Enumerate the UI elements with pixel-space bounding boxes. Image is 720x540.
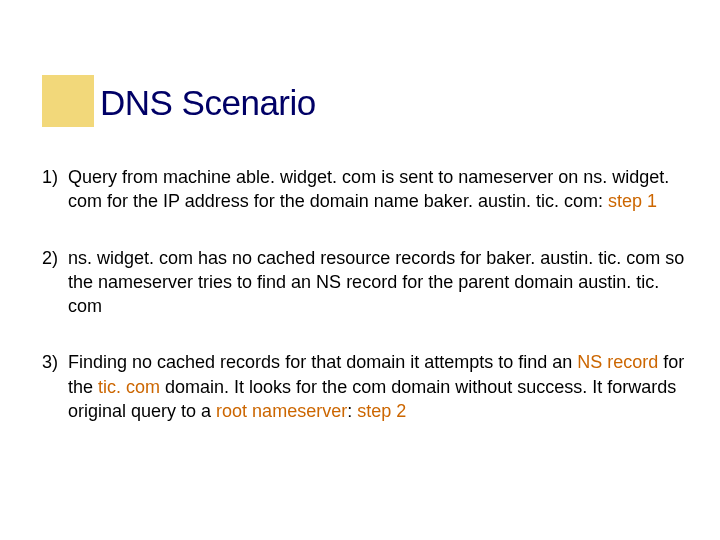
list-number: 1) xyxy=(38,165,68,214)
list-number: 3) xyxy=(38,350,68,423)
highlight-text: step 2 xyxy=(357,401,406,421)
content-list: 1) Query from machine able. widget. com … xyxy=(38,165,698,455)
body-text: Query from machine able. widget. com is … xyxy=(68,167,669,211)
highlight-text: tic. com xyxy=(98,377,160,397)
list-text-2: ns. widget. com has no cached resource r… xyxy=(68,246,698,319)
accent-box xyxy=(42,75,94,127)
list-text-3: Finding no cached records for that domai… xyxy=(68,350,698,423)
body-text: ns. widget. com has no cached resource r… xyxy=(68,248,684,317)
highlight-text: root nameserver xyxy=(216,401,347,421)
list-item: 3) Finding no cached records for that do… xyxy=(38,350,698,423)
highlight-text: NS record xyxy=(577,352,658,372)
body-text: : xyxy=(347,401,357,421)
list-number: 2) xyxy=(38,246,68,319)
body-text: Finding no cached records for that domai… xyxy=(68,352,577,372)
slide-title: DNS Scenario xyxy=(100,83,316,123)
list-item: 1) Query from machine able. widget. com … xyxy=(38,165,698,214)
list-text-1: Query from machine able. widget. com is … xyxy=(68,165,698,214)
highlight-text: step 1 xyxy=(608,191,657,211)
list-item: 2) ns. widget. com has no cached resourc… xyxy=(38,246,698,319)
